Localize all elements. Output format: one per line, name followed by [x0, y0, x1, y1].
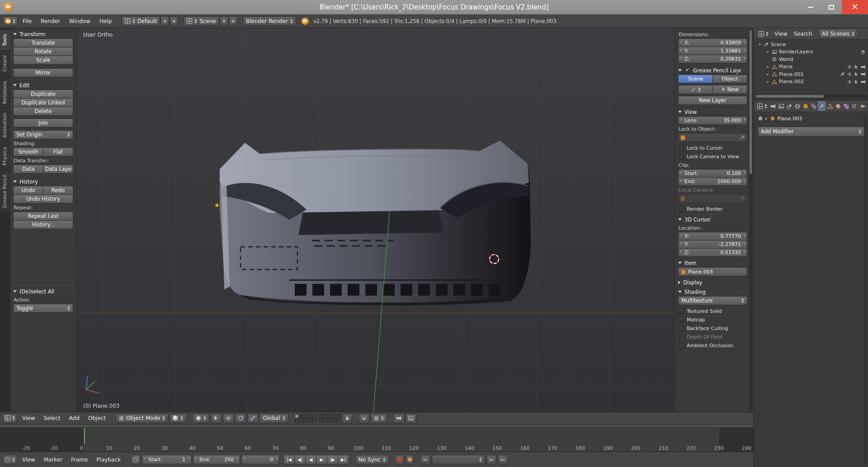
transform-orientation-selector[interactable]: Global [259, 414, 288, 423]
visibility-toggle-icon[interactable] [847, 71, 852, 77]
tab-world[interactable] [793, 101, 801, 111]
outliner-row-plane[interactable]: ▸ Plane [754, 63, 868, 71]
shading-mode-dropdown[interactable]: Multitexture [678, 296, 747, 305]
gp-source-scene-button[interactable]: Scene [678, 75, 713, 83]
tab-physics[interactable]: Physics [0, 143, 10, 170]
3d-viewport[interactable]: User Ortho (0) Plane.003 [77, 28, 675, 412]
render-border-row[interactable]: Render Border [678, 205, 747, 213]
transfer-data-button[interactable]: Data [13, 165, 43, 174]
panel-header-grease-pencil[interactable]: Grease Pencil Layers ·· [678, 66, 747, 75]
rotate-manipulator-toggle[interactable] [235, 414, 246, 423]
play-button[interactable]: ▶ [316, 455, 327, 464]
transfer-data-layout-button[interactable]: Data Layo [43, 165, 73, 174]
clip-end-field[interactable]: ‹End:1000.000› [678, 177, 747, 186]
undo-button[interactable]: Undo [13, 186, 43, 195]
menu-view[interactable]: View [19, 414, 38, 423]
lock-to-cursor-row[interactable]: Lock to Cursor [678, 144, 747, 152]
delete-button[interactable]: Delete [13, 107, 73, 116]
layer-cell[interactable] [323, 414, 327, 418]
pivot-point-selector[interactable] [193, 414, 209, 423]
viewport-shading-selector[interactable] [170, 414, 186, 423]
editor-type-button[interactable] [756, 29, 771, 38]
row-label[interactable]: Plane.002 [779, 79, 804, 85]
menu-render[interactable]: Render [37, 16, 64, 26]
menu-playback[interactable]: Playback [93, 455, 124, 465]
gp-source-object-button[interactable]: Object [712, 75, 747, 83]
tab-modifiers[interactable] [818, 101, 826, 111]
menu-select[interactable]: Select [40, 414, 64, 423]
lock-camera-checkbox[interactable] [678, 154, 684, 160]
tab-particles[interactable] [850, 101, 858, 111]
grease-pencil-checkbox[interactable] [684, 67, 690, 73]
gp-draw-dropdown[interactable] [678, 85, 713, 94]
selectability-toggle-icon[interactable] [854, 64, 859, 70]
editor-type-button[interactable] [3, 16, 18, 26]
layer-cell[interactable] [319, 419, 323, 423]
textured-solid-checkbox[interactable] [678, 308, 684, 314]
lock-camera-row[interactable]: Lock Camera to View [678, 152, 747, 161]
layer-cell[interactable] [337, 414, 341, 418]
row-label[interactable]: Plane.001 [779, 71, 804, 77]
menu-view[interactable]: View [772, 29, 790, 39]
editor-type-button[interactable] [756, 101, 769, 111]
selectability-toggle-icon[interactable] [854, 71, 859, 77]
close-button[interactable]: × [842, 0, 868, 14]
auto-keying-set-toggle[interactable] [406, 455, 414, 464]
tab-object[interactable] [802, 101, 809, 111]
layer-cell[interactable] [319, 414, 323, 418]
outliner-scope-selector[interactable]: All Scenes [819, 29, 858, 38]
layer-cell[interactable] [304, 414, 308, 418]
snap-element-selector[interactable] [371, 414, 387, 423]
timeline-editor[interactable]: -20-100102030405060708090100110120130140… [0, 424, 754, 452]
cursor-x-field[interactable]: ‹X:0.77770› [678, 232, 747, 241]
tab-constraints[interactable] [810, 101, 817, 111]
row-label[interactable]: RenderLayers [779, 49, 813, 55]
layer-cell[interactable] [337, 419, 341, 423]
repeat-history-button[interactable]: History... [13, 220, 73, 229]
panel-header-operator[interactable]: (De)select All ······ [13, 287, 73, 296]
panel-header-3d-cursor[interactable]: 3D Cursor ······ [678, 215, 747, 224]
layers-grid-1[interactable] [295, 414, 317, 423]
opengl-render-anim-button[interactable] [406, 414, 416, 423]
expand-icon[interactable]: ▸ [766, 65, 770, 69]
scale-manipulator-toggle[interactable] [247, 414, 258, 423]
titlebar[interactable]: Blender* [C:\Users\Rick_2\Desktop\Focus … [0, 0, 868, 14]
visibility-toggle-icon[interactable] [847, 64, 852, 70]
layer-cell[interactable] [295, 419, 299, 423]
manipulator-toggle[interactable] [211, 414, 222, 423]
matcap-row[interactable]: Matcap [678, 316, 747, 324]
cursor-z-field[interactable]: ‹Z:0.51332› [678, 248, 747, 257]
active-keying-set-selector[interactable] [432, 455, 485, 464]
jump-next-keyframe-button[interactable]: |▶ [327, 455, 338, 464]
mode-selector[interactable]: Object Mode [116, 414, 169, 423]
layer-cell[interactable] [304, 419, 308, 423]
ambient-occlusion-row[interactable]: Ambient Occlusion [678, 341, 747, 350]
maximize-button[interactable] [821, 0, 842, 14]
expand-icon[interactable]: ▸ [766, 72, 770, 76]
editor-type-button[interactable] [3, 455, 17, 464]
local-camera-field[interactable] [678, 194, 747, 203]
item-name-field[interactable]: Plane.003 [678, 267, 747, 276]
repeat-last-button[interactable]: Repeat Last [13, 212, 73, 221]
tab-render[interactable] [769, 101, 777, 111]
render-border-checkbox[interactable] [678, 206, 684, 212]
tab-object-data[interactable] [826, 101, 834, 111]
properties-scrollbar[interactable] [864, 114, 867, 464]
panel-drag-icon[interactable]: ······ [736, 217, 747, 222]
insert-keyframe-button[interactable] [486, 455, 496, 464]
panel-header-history[interactable]: History ······ [13, 177, 73, 186]
backface-culling-row[interactable]: Backface Culling [678, 324, 747, 333]
outliner-row-plane002[interactable]: ▸ Plane.002 [754, 78, 868, 86]
layers-grid-2[interactable] [319, 414, 341, 423]
menu-search[interactable]: Search [791, 29, 815, 39]
panel-drag-icon[interactable]: ······ [736, 289, 747, 294]
panel-drag-icon[interactable]: ······ [62, 32, 73, 37]
renderability-toggle-icon[interactable] [860, 71, 866, 77]
panel-drag-icon[interactable]: ······ [736, 260, 747, 265]
expand-icon[interactable]: ▸ [766, 80, 770, 84]
use-preview-range-toggle[interactable] [131, 455, 141, 464]
lock-to-object-field[interactable] [678, 133, 747, 142]
panel-header-display[interactable]: Display ······ [678, 278, 747, 287]
row-label[interactable]: Scene [771, 42, 786, 47]
selectability-toggle-icon[interactable] [854, 79, 859, 85]
